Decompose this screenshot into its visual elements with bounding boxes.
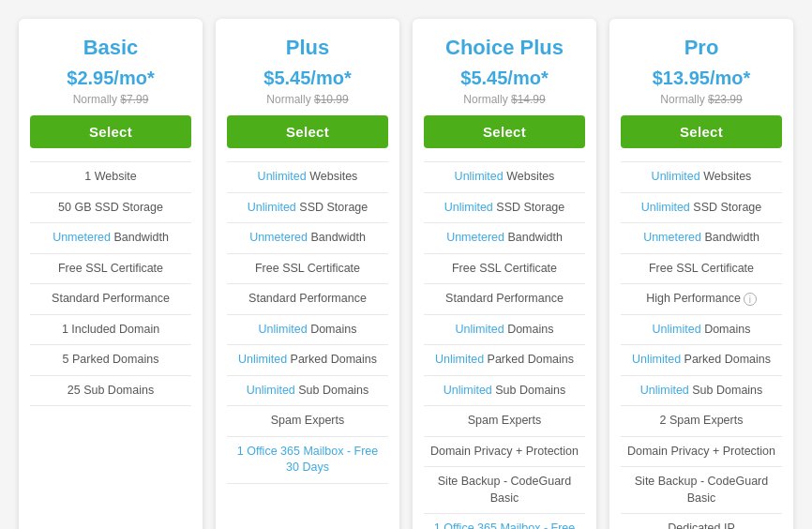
plan-name-basic: Basic	[83, 36, 139, 60]
feature-item-choice-plus-0: Unlimited Websites	[424, 162, 585, 193]
feature-item-choice-plus-5: Unlimited Domains	[424, 315, 585, 346]
feature-item-basic-6: 5 Parked Domains	[30, 345, 191, 376]
feature-item-choice-plus-1: Unlimited SSD Storage	[424, 193, 585, 224]
feature-item-choice-plus-9: Domain Privacy + Protection	[424, 437, 585, 468]
feature-item-choice-plus-2: Unmetered Bandwidth	[424, 223, 585, 254]
plan-price-plus: $5.45/mo*	[263, 68, 351, 89]
feature-item-choice-plus-4: Standard Performance	[424, 284, 585, 315]
plan-card-pro: Pro$13.95/mo*Normally $23.99SelectUnlimi…	[609, 19, 793, 529]
plan-price-choice-plus: $5.45/mo*	[460, 68, 548, 89]
select-button-basic[interactable]: Select	[30, 115, 191, 148]
feature-item-pro-11: Dedicated IP	[621, 514, 782, 529]
select-button-plus[interactable]: Select	[227, 115, 388, 148]
select-button-pro[interactable]: Select	[621, 115, 782, 148]
features-list-choice-plus: Unlimited WebsitesUnlimited SSD StorageU…	[424, 161, 585, 529]
feature-item-choice-plus-3: Free SSL Certificate	[424, 254, 585, 285]
plan-card-plus: Plus$5.45/mo*Normally $10.99SelectUnlimi…	[216, 19, 399, 529]
feature-item-pro-0: Unlimited Websites	[621, 162, 782, 193]
plan-normally-basic: Normally $7.99	[73, 93, 149, 106]
plan-price-pro: $13.95/mo*	[653, 68, 751, 89]
feature-item-plus-5: Unlimited Domains	[227, 315, 388, 346]
feature-item-plus-0: Unlimited Websites	[227, 162, 388, 193]
info-icon[interactable]: i	[744, 293, 757, 306]
plans-container: Basic$2.95/mo*Normally $7.99Select1 Webs…	[19, 19, 793, 529]
feature-item-plus-1: Unlimited SSD Storage	[227, 193, 388, 224]
feature-item-plus-7: Unlimited Sub Domains	[227, 376, 388, 407]
feature-item-choice-plus-11: 1 Office 365 Mailbox - Free 30 Days	[424, 514, 585, 529]
feature-item-choice-plus-10: Site Backup - CodeGuard Basic	[424, 467, 585, 514]
feature-item-basic-4: Standard Performance	[30, 284, 191, 315]
feature-item-plus-9: 1 Office 365 Mailbox - Free 30 Days	[227, 437, 388, 484]
features-list-plus: Unlimited WebsitesUnlimited SSD StorageU…	[227, 161, 388, 484]
feature-item-pro-9: Domain Privacy + Protection	[621, 437, 782, 468]
plan-price-basic: $2.95/mo*	[67, 68, 154, 89]
plan-normally-plus: Normally $10.99	[266, 93, 348, 106]
feature-item-pro-4: High Performancei	[621, 284, 782, 315]
feature-item-plus-8: Spam Experts	[227, 406, 388, 437]
plan-name-pro: Pro	[684, 36, 719, 60]
features-list-basic: 1 Website50 GB SSD StorageUnmetered Band…	[30, 161, 191, 406]
feature-item-pro-7: Unlimited Sub Domains	[621, 376, 782, 407]
plan-card-basic: Basic$2.95/mo*Normally $7.99Select1 Webs…	[19, 19, 203, 529]
feature-item-choice-plus-8: Spam Experts	[424, 406, 585, 437]
feature-item-basic-5: 1 Included Domain	[30, 315, 191, 346]
select-button-choice-plus[interactable]: Select	[424, 115, 585, 148]
feature-item-plus-6: Unlimited Parked Domains	[227, 345, 388, 376]
feature-item-basic-3: Free SSL Certificate	[30, 254, 191, 285]
feature-item-pro-6: Unlimited Parked Domains	[621, 345, 782, 376]
feature-item-pro-10: Site Backup - CodeGuard Basic	[621, 467, 782, 514]
feature-item-basic-7: 25 Sub Domains	[30, 376, 191, 407]
plan-name-plus: Plus	[286, 36, 329, 60]
plan-card-choice-plus: Choice Plus$5.45/mo*Normally $14.99Selec…	[413, 19, 596, 529]
feature-item-pro-5: Unlimited Domains	[621, 315, 782, 346]
feature-item-choice-plus-6: Unlimited Parked Domains	[424, 345, 585, 376]
feature-item-plus-4: Standard Performance	[227, 284, 388, 315]
feature-item-pro-2: Unmetered Bandwidth	[621, 223, 782, 254]
features-list-pro: Unlimited WebsitesUnlimited SSD StorageU…	[621, 161, 782, 529]
feature-item-pro-1: Unlimited SSD Storage	[621, 193, 782, 224]
feature-item-basic-2: Unmetered Bandwidth	[30, 223, 191, 254]
feature-item-plus-3: Free SSL Certificate	[227, 254, 388, 285]
plan-name-choice-plus: Choice Plus	[445, 36, 564, 60]
feature-item-basic-1: 50 GB SSD Storage	[30, 193, 191, 224]
feature-item-basic-0: 1 Website	[30, 162, 191, 193]
feature-item-choice-plus-7: Unlimited Sub Domains	[424, 376, 585, 407]
feature-item-pro-8: 2 Spam Experts	[621, 406, 782, 437]
feature-item-pro-3: Free SSL Certificate	[621, 254, 782, 285]
feature-item-plus-2: Unmetered Bandwidth	[227, 223, 388, 254]
plan-normally-choice-plus: Normally $14.99	[463, 93, 545, 106]
plan-normally-pro: Normally $23.99	[660, 93, 742, 106]
